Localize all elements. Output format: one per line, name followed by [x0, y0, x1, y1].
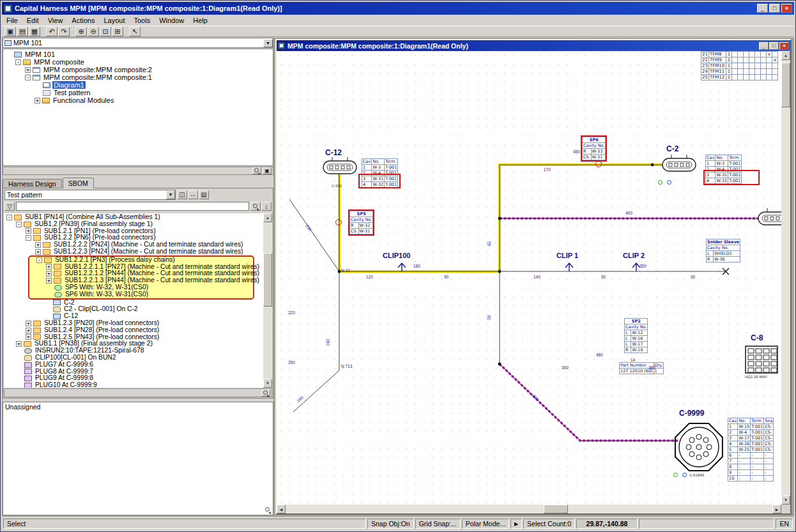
search-icon[interactable]	[252, 167, 261, 174]
tree-item[interactable]: -MPM composite	[3, 58, 273, 66]
tree-item[interactable]: Test pattern	[3, 89, 273, 96]
dropdown-icon[interactable]: ▼	[263, 39, 273, 47]
expand-icon[interactable]: +	[26, 321, 31, 326]
wire-length-label[interactable]: 160	[326, 338, 330, 346]
expand-icon[interactable]: +	[25, 67, 31, 73]
undo-icon[interactable]: ↶	[46, 27, 57, 36]
expand-icon[interactable]: +	[34, 98, 40, 103]
redo-icon[interactable]: ↷	[58, 27, 70, 36]
link-views-icon[interactable]: ↔	[188, 190, 198, 199]
dropdown-icon[interactable]: ▼	[166, 190, 175, 199]
close-button[interactable]: ×	[779, 42, 789, 50]
tile-view-icon[interactable]: ◫	[177, 190, 187, 199]
tree-item[interactable]: +SUB1.2.4 [PN28] (Pre-load connectors)	[4, 327, 263, 334]
diagram-vscrollbar[interactable]: ▲ ▼	[781, 51, 790, 505]
scroll-up-icon[interactable]: ▲	[781, 51, 790, 60]
scroll-thumb[interactable]	[263, 253, 272, 307]
expand-icon[interactable]: +	[26, 334, 31, 340]
wire-length-label[interactable]: 250	[288, 360, 295, 365]
pattern-select[interactable]: Test pattern ▼	[4, 190, 176, 200]
wire-length-label[interactable]: 380	[648, 365, 655, 370]
wire-length-label[interactable]: 400	[625, 211, 632, 215]
tree-item[interactable]: -SUB1.2.2.1 [PN3] (Process daisy chains)	[29, 257, 253, 264]
zoom-fit-icon[interactable]: ⊞	[112, 27, 123, 36]
wire-length-label[interactable]: 350	[639, 264, 647, 268]
wire-length-label[interactable]: N 12	[341, 268, 350, 273]
wire-length-label[interactable]: 62	[487, 315, 491, 320]
menu-layout[interactable]: Layout	[99, 16, 129, 25]
tree-item[interactable]: +Functional Modules	[3, 96, 273, 104]
open-icon[interactable]: ▤	[17, 27, 28, 36]
status-play-button[interactable]: ▶	[510, 519, 522, 529]
menu-edit[interactable]: Edit	[22, 16, 43, 25]
tree-item[interactable]: PLUG7 At C-9999:6	[4, 361, 263, 369]
diagram-window-titlebar[interactable]: MPM composite:MPM composite:1:Diagram1(R…	[277, 40, 790, 51]
tree-item[interactable]: SP6 With: W-33, W-31(CS0)	[29, 291, 253, 298]
wire-length-label[interactable]: 480	[596, 353, 603, 357]
list-view-icon[interactable]: ▤	[199, 190, 209, 199]
wire-length-label[interactable]: 336	[532, 393, 540, 402]
sort-icon[interactable]: ↕	[261, 202, 272, 211]
expand-icon[interactable]: +	[16, 341, 22, 347]
menu-tools[interactable]: Tools	[129, 16, 155, 25]
scroll-right-icon[interactable]: ▶	[772, 505, 781, 513]
wire-length-label[interactable]: 170	[544, 167, 551, 172]
close-button[interactable]: ×	[781, 4, 792, 13]
scroll-down-icon[interactable]: ▼	[263, 379, 272, 388]
collapse-icon[interactable]: -	[6, 215, 12, 220]
tab-harness-design[interactable]: Harness Design	[3, 179, 62, 188]
tree-item[interactable]: +SUB1.2.2.3 [PN24] (Machine - Cut and te…	[4, 248, 263, 255]
scroll-down-icon[interactable]: ▼	[781, 496, 790, 505]
menu-view[interactable]: View	[43, 16, 68, 25]
wire-length-label[interactable]: 180	[413, 264, 420, 268]
zoom-out-icon[interactable]: ⊖	[88, 27, 99, 36]
wire-length-label[interactable]: N 713	[341, 364, 352, 369]
diagram-hscrollbar[interactable]: ◀ ▶	[277, 505, 781, 513]
expand-icon[interactable]: +	[26, 228, 31, 234]
collapse-icon[interactable]: -	[25, 75, 31, 80]
menu-actions[interactable]: Actions	[67, 16, 99, 25]
expand-icon[interactable]: +	[46, 271, 52, 277]
tree-item[interactable]: -MPM composite:MPM composite:1	[3, 73, 273, 81]
restore-button[interactable]: □	[769, 42, 779, 50]
save-icon[interactable]: ▦	[29, 27, 40, 36]
search-icon[interactable]	[250, 202, 261, 211]
expand-icon[interactable]: +	[35, 242, 41, 248]
scroll-up-icon[interactable]: ▲	[263, 213, 272, 222]
expand-icon[interactable]: +	[26, 328, 31, 333]
select-arrow-icon[interactable]: ↖	[129, 27, 141, 36]
explorer-header[interactable]: MPM 101 ▼	[3, 38, 273, 48]
maximize-button[interactable]: □	[769, 4, 780, 13]
wire-length-label[interactable]: 220	[288, 310, 295, 315]
tree-item[interactable]: +MPM composite:MPM composite:2	[3, 66, 273, 73]
menu-file[interactable]: File	[2, 16, 22, 25]
diagram-window[interactable]: MPM composite:MPM composite:1:Diagram1(R…	[275, 39, 792, 515]
wire-length-label[interactable]: 160	[296, 395, 304, 403]
collapse-icon[interactable]: -	[15, 59, 21, 65]
search-icon[interactable]	[264, 506, 272, 513]
search-icon[interactable]	[261, 390, 270, 397]
collapse-icon[interactable]: -	[26, 235, 31, 241]
tree-item[interactable]: MPM 101	[3, 50, 273, 58]
schematic-icon[interactable]: ▣	[4, 27, 16, 36]
wire-length-label[interactable]: 300	[562, 365, 569, 370]
tree-item[interactable]: Diagram1	[3, 81, 273, 89]
collapse-icon[interactable]: -	[36, 257, 42, 263]
wire-length-label[interactable]: 450	[573, 149, 580, 154]
tree-item[interactable]: C2 - Clip[CL-001] On C-2	[4, 306, 263, 313]
expand-icon[interactable]: +	[35, 249, 41, 255]
tree-item[interactable]: PLUG10 At C-9999:9	[4, 382, 263, 388]
wire-length-label[interactable]: 90	[444, 275, 448, 279]
views-icon[interactable]: ▣	[263, 167, 272, 174]
menu-window[interactable]: Window	[155, 16, 188, 25]
wire-length-label[interactable]: 59	[487, 241, 491, 246]
wire-length-label[interactable]: 90	[601, 275, 606, 279]
wire-length-label[interactable]: 120	[366, 275, 373, 279]
menu-help[interactable]: Help	[188, 16, 212, 25]
zoom-window-icon[interactable]: ⊡	[100, 27, 111, 36]
zoom-in-icon[interactable]: ⊕	[75, 27, 87, 36]
expand-icon[interactable]: +	[46, 264, 52, 270]
wire-length-label[interactable]: 14	[631, 358, 635, 362]
wire-length-label[interactable]: 90	[691, 275, 695, 279]
sbom-scrollbar[interactable]: ▲ ▼	[263, 213, 272, 388]
